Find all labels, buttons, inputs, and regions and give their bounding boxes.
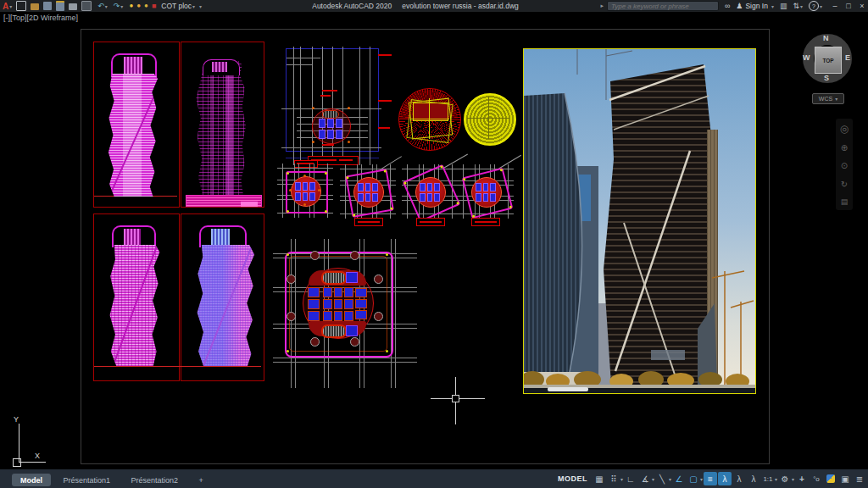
shaft-cell — [309, 182, 315, 191]
annotation-scale-icon[interactable]: λ — [747, 472, 760, 485]
isolate-objects-icon[interactable]: °o — [810, 472, 823, 485]
chevron-down-icon[interactable]: ▾ — [9, 3, 12, 9]
photo-svg — [524, 49, 755, 393]
search-icon[interactable]: ∞ — [725, 1, 730, 11]
viewcube-east[interactable]: E — [845, 53, 850, 62]
search-input[interactable] — [607, 1, 719, 11]
showmotion-icon[interactable]: ▤ — [841, 197, 849, 206]
viewcube-south[interactable]: S — [824, 74, 829, 82]
tab-presentation1[interactable]: Présentation1 — [54, 474, 119, 486]
chevron-down-icon[interactable]: ▾ — [700, 476, 703, 482]
snap-mode-icon[interactable]: ⠿ — [607, 472, 620, 485]
polar-tracking-icon[interactable]: ∡ — [638, 472, 652, 485]
chevron-down-icon[interactable]: ▾ — [669, 476, 671, 482]
tab-presentation2[interactable]: Présentation2 — [122, 474, 186, 486]
viewcube-top-face[interactable]: TOP — [815, 47, 842, 74]
photo-image[interactable] — [523, 48, 756, 394]
marker-dot — [312, 141, 314, 143]
crown-hatch — [212, 62, 227, 72]
annotation-monitor-icon[interactable]: + — [795, 472, 809, 485]
undo-icon[interactable]: ↶ — [97, 1, 104, 11]
viewport-controls[interactable]: [-][Top][2D Wireframe] — [3, 14, 78, 22]
chevron-right-icon[interactable]: ▸ — [600, 3, 604, 9]
crown-hatch — [124, 57, 142, 75]
customization-menu-icon[interactable]: ≣ — [853, 472, 866, 485]
annotation-visibility-icon[interactable]: λ — [718, 472, 732, 485]
grid-line — [277, 168, 333, 169]
new-file-icon[interactable] — [16, 1, 26, 11]
model-space-label[interactable]: MODEL — [558, 474, 587, 483]
graphics-performance-icon[interactable] — [824, 472, 837, 485]
save-icon[interactable] — [43, 2, 52, 10]
layer-color-swatch[interactable]: ■ — [152, 1, 156, 11]
add-layout-button[interactable]: + — [190, 474, 211, 486]
app-store-cart-icon[interactable]: ▥ — [780, 1, 787, 11]
save-as-icon[interactable] — [56, 1, 64, 11]
chevron-down-icon[interactable]: ▾ — [199, 3, 202, 9]
lineweight-icon[interactable]: ≡ — [704, 472, 717, 485]
orbit-icon[interactable]: ↻ — [841, 180, 848, 189]
grid-display-icon[interactable]: ▦ — [593, 472, 606, 485]
user-icon[interactable]: ♟ — [736, 1, 743, 11]
sign-in-button[interactable]: Sign In — [745, 2, 767, 10]
auto-scale-icon[interactable]: λ — [732, 472, 746, 485]
pan-icon[interactable]: ⊕ — [841, 143, 848, 152]
chevron-down-icon[interactable]: ▾ — [792, 476, 794, 482]
tower-highlight — [123, 74, 142, 197]
object-snap-tracking-icon[interactable]: ∠ — [672, 472, 686, 485]
shaft-cell — [334, 299, 343, 309]
column-dot — [350, 337, 359, 347]
shaft-cell — [319, 130, 326, 139]
column-dot — [350, 251, 359, 260]
column-dot — [287, 274, 296, 284]
shaft-cell — [427, 183, 433, 191]
layer-on-icon[interactable]: ● — [129, 1, 133, 11]
navigation-bar[interactable]: ◎ ⊕ ⊙ ↻ ▤ — [836, 119, 853, 210]
shaft-cell — [355, 288, 367, 297]
chevron-down-icon[interactable]: ▾ — [800, 3, 803, 9]
chevron-down-icon[interactable]: ▾ — [771, 3, 774, 9]
drawing-canvas[interactable]: [-][Top][2D Wireframe] — [0, 0, 868, 488]
wcs-selector[interactable]: WCS▾ — [812, 93, 844, 104]
viewcube-west[interactable]: W — [803, 53, 810, 62]
minimize-button[interactable]: – — [829, 2, 841, 10]
help-icon[interactable]: ? — [809, 1, 819, 11]
layer-lock-icon[interactable]: ● — [144, 1, 148, 11]
app-logo[interactable]: A — [3, 2, 8, 11]
exchange-apps-icon[interactable]: ⇅ — [793, 1, 799, 11]
chevron-down-icon[interactable]: ▾ — [820, 3, 822, 9]
shaft-cell — [346, 325, 358, 336]
close-button[interactable]: × — [856, 2, 868, 10]
isometric-drafting-icon[interactable]: ╲ — [655, 472, 669, 485]
workspace-gear-icon[interactable]: ⚙ — [778, 472, 792, 485]
shaft-cell — [365, 193, 371, 202]
chevron-down-icon[interactable]: ▾ — [120, 3, 123, 9]
annotation-scale-value[interactable]: 1:1 — [761, 472, 775, 485]
shaft-cell — [303, 192, 309, 201]
tower-body — [107, 74, 159, 197]
label-box — [416, 218, 445, 226]
grid-line — [345, 164, 346, 219]
open-folder-icon[interactable] — [31, 3, 39, 10]
column-dot — [374, 312, 383, 321]
chevron-down-icon[interactable]: ▾ — [775, 476, 777, 482]
annotation-text — [322, 144, 334, 146]
plot-icon[interactable] — [69, 3, 77, 10]
tab-model[interactable]: Model — [12, 474, 51, 486]
clean-screen-icon[interactable]: ▣ — [838, 472, 852, 485]
chevron-down-icon[interactable]: ▾ — [620, 476, 623, 482]
layer-thaw-icon[interactable]: ● — [136, 1, 141, 11]
chevron-down-icon[interactable]: ▾ — [192, 3, 195, 9]
layer-selector[interactable]: COT ploc — [161, 2, 192, 10]
chevron-down-icon[interactable]: ▾ — [652, 476, 654, 482]
chevron-down-icon[interactable]: ▾ — [105, 3, 108, 9]
navigation-wheel-icon[interactable]: ◎ — [840, 123, 849, 135]
label-dash — [339, 159, 353, 161]
redo-icon[interactable]: ↷ — [114, 1, 120, 11]
maximize-button[interactable]: □ — [843, 2, 854, 10]
viewcube-north[interactable]: N — [823, 34, 829, 42]
zoom-icon[interactable]: ⊙ — [841, 161, 848, 170]
ortho-mode-icon[interactable]: ∟ — [624, 472, 637, 485]
publish-icon[interactable] — [81, 1, 92, 11]
object-snap-icon[interactable]: ▢ — [687, 472, 700, 485]
